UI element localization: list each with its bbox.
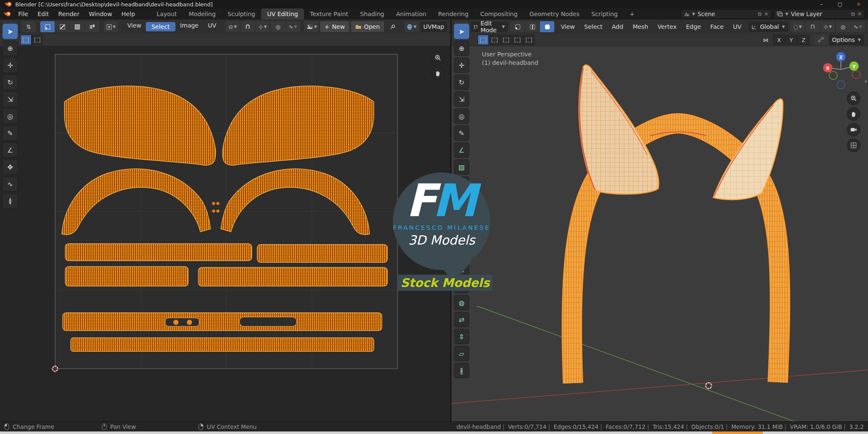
sticky-selection-mode-dropdown[interactable]: ▼ bbox=[104, 21, 118, 32]
uv-select-face-button[interactable] bbox=[70, 21, 84, 32]
select-mode-invert-button[interactable] bbox=[512, 35, 523, 45]
uv-map-selector-icon[interactable]: ▼ bbox=[404, 21, 419, 32]
minimize-button[interactable]: – bbox=[812, 0, 831, 8]
uv-menu-item[interactable]: View bbox=[122, 22, 146, 31]
menu-item[interactable]: Window bbox=[84, 11, 117, 17]
uv-pivot-point-dropdown[interactable]: ⊙▼ bbox=[225, 21, 240, 32]
viewport-tool-rip-region[interactable]: ∦ bbox=[454, 363, 469, 378]
viewport-menu-item[interactable]: Add bbox=[607, 23, 628, 30]
uv-tool-measure[interactable]: ∠ bbox=[3, 142, 18, 158]
open-image-button[interactable]: Open bbox=[351, 21, 384, 33]
uv-menu-item[interactable]: Select bbox=[146, 22, 175, 31]
unlink-icon[interactable]: ✕ bbox=[764, 11, 768, 17]
uv-tool-tweak[interactable]: ➤ bbox=[3, 24, 18, 39]
viewport-tool-edge-slide[interactable]: ⇄ bbox=[454, 312, 469, 327]
viewport-menu-item[interactable]: Edge bbox=[682, 23, 706, 30]
workspace-tab[interactable]: Animation bbox=[390, 8, 432, 19]
blender-menu-icon[interactable] bbox=[3, 11, 11, 17]
select-mode-subtract-button[interactable] bbox=[501, 35, 512, 45]
viewport-tool-tweak[interactable]: ➤ bbox=[454, 24, 469, 39]
axis-x-negative[interactable] bbox=[852, 71, 860, 79]
uv-tool-transform[interactable]: ◎ bbox=[3, 108, 18, 124]
uv-tool-move[interactable]: ✛ bbox=[3, 58, 18, 73]
browse-image-dropdown[interactable]: ▼ bbox=[304, 21, 319, 32]
viewport-tool-shear[interactable]: ▱ bbox=[454, 346, 469, 361]
mode-selector[interactable]: Edit Mode ▼ bbox=[470, 21, 509, 33]
edge-select-button[interactable] bbox=[525, 21, 540, 32]
workspace-tab[interactable]: Rendering bbox=[432, 8, 475, 19]
viewport-menu-item[interactable]: Face bbox=[706, 23, 729, 30]
viewport-menu-item[interactable]: Mesh bbox=[628, 23, 653, 30]
viewport-ortho-grid-button[interactable] bbox=[847, 139, 860, 152]
uv-select-edge-button[interactable] bbox=[55, 21, 70, 32]
mirror-axis-button[interactable]: Z bbox=[798, 35, 810, 45]
vertex-select-button[interactable] bbox=[510, 21, 525, 32]
viewport-tool-smooth[interactable]: ◍ bbox=[454, 295, 469, 310]
workspace-tab[interactable]: Geometry Nodes bbox=[523, 8, 585, 19]
uv-tool-scale[interactable]: ⇲ bbox=[3, 92, 18, 107]
viewport-tool-add-cube[interactable]: ▧ bbox=[454, 159, 469, 175]
menu-item[interactable]: File bbox=[14, 11, 33, 17]
uv-zoom-button[interactable] bbox=[431, 51, 445, 64]
mirror-axis-button[interactable]: Y bbox=[785, 35, 797, 45]
uv-tool-rotate[interactable]: ↻ bbox=[3, 75, 18, 90]
select-mode-intersect-button[interactable] bbox=[523, 35, 534, 45]
uv-map-name-field[interactable]: UVMap bbox=[420, 21, 448, 33]
uv-tool-annotate[interactable]: ✎ bbox=[3, 125, 18, 141]
viewport-tool-shrink-fatten[interactable]: ⇕ bbox=[454, 329, 469, 344]
copy-icon[interactable]: ⧉ bbox=[758, 11, 762, 17]
viewport-tool-cursor-3d[interactable]: ⊕ bbox=[454, 41, 469, 56]
viewport-tool-transform[interactable]: ◎ bbox=[454, 108, 469, 124]
snap-magnet-icon[interactable] bbox=[806, 21, 820, 32]
face-select-button[interactable] bbox=[540, 21, 554, 32]
workspace-tab[interactable]: Layout bbox=[151, 8, 183, 19]
menu-item[interactable]: Help bbox=[117, 11, 140, 17]
viewport-tool-scale[interactable]: ⇲ bbox=[454, 92, 469, 107]
uv-select-new-button[interactable] bbox=[20, 35, 31, 45]
snap-target-dropdown[interactable]: ⊹▼ bbox=[821, 21, 835, 32]
pivot-point-dropdown[interactable]: ◌▼ bbox=[790, 21, 805, 32]
workspace-tab[interactable]: Texture Paint bbox=[304, 8, 354, 19]
uv-sync-selection-icon[interactable]: ⇅ bbox=[22, 21, 36, 32]
proportional-editing-icon[interactable]: ◎ bbox=[836, 21, 850, 32]
viewport-camera-button[interactable] bbox=[847, 123, 860, 136]
uv-snap-target-dropdown[interactable]: ⊹▼ bbox=[256, 21, 270, 32]
mirror-axis-button[interactable]: X bbox=[773, 35, 785, 45]
uv-falloff-curve-dropdown[interactable]: ∿▼ bbox=[286, 21, 300, 32]
copy-icon[interactable]: ⧉ bbox=[851, 11, 855, 17]
remove-icon[interactable]: ✕ bbox=[857, 11, 862, 17]
axis-y-negative[interactable] bbox=[829, 72, 837, 80]
navigation-axis-gizmo[interactable]: Z X Y bbox=[821, 49, 861, 90]
transform-orientation-selector[interactable]: Global ▼ bbox=[748, 21, 789, 33]
falloff-curve-dropdown[interactable]: ∿▼ bbox=[851, 21, 865, 32]
workspace-tab[interactable]: Compositing bbox=[474, 8, 523, 19]
axis-z-negative[interactable] bbox=[837, 81, 845, 89]
viewport-tool-rotate[interactable]: ↻ bbox=[454, 75, 469, 90]
menu-item[interactable]: Edit bbox=[33, 11, 53, 17]
pin-icon[interactable] bbox=[385, 21, 400, 32]
uv-select-vertex-button[interactable] bbox=[40, 21, 55, 32]
snap-individual-icon[interactable] bbox=[814, 34, 828, 45]
workspace-tab[interactable]: UV Editing bbox=[261, 8, 304, 19]
view-layer-selector[interactable]: ▼ View Layer ⧉ ✕ bbox=[774, 9, 865, 19]
close-button[interactable]: ✕ bbox=[849, 0, 868, 8]
uv-menu-item[interactable]: Image bbox=[175, 22, 203, 31]
viewport-menu-item[interactable]: Select bbox=[579, 23, 607, 30]
new-image-button[interactable]: + New bbox=[320, 21, 349, 33]
uv-tool-pinch[interactable]: ≬ bbox=[3, 193, 18, 209]
uv-select-island-button[interactable] bbox=[85, 21, 99, 32]
uv-tool-grab[interactable]: ✥ bbox=[3, 159, 18, 175]
maximize-button[interactable]: ▢ bbox=[831, 0, 849, 8]
uv-tool-cursor-2d[interactable]: ⊕ bbox=[3, 41, 18, 56]
uv-pan-hand-button[interactable] bbox=[431, 67, 445, 80]
workspace-tab[interactable]: Modeling bbox=[183, 8, 222, 19]
uv-select-extend-button[interactable] bbox=[32, 35, 43, 45]
select-mode-extend-button[interactable] bbox=[489, 35, 500, 45]
viewport-menu-item[interactable]: UV bbox=[728, 23, 746, 30]
viewport-tool-move[interactable]: ✛ bbox=[454, 58, 469, 73]
viewport-menu-item[interactable]: Vertex bbox=[653, 23, 681, 30]
viewport-tool-annotate[interactable]: ✎ bbox=[454, 125, 469, 141]
workspace-tab[interactable]: + bbox=[623, 8, 640, 19]
uv-snap-magnet-icon[interactable] bbox=[241, 21, 255, 32]
viewport-tool-measure[interactable]: ∠ bbox=[454, 142, 469, 158]
